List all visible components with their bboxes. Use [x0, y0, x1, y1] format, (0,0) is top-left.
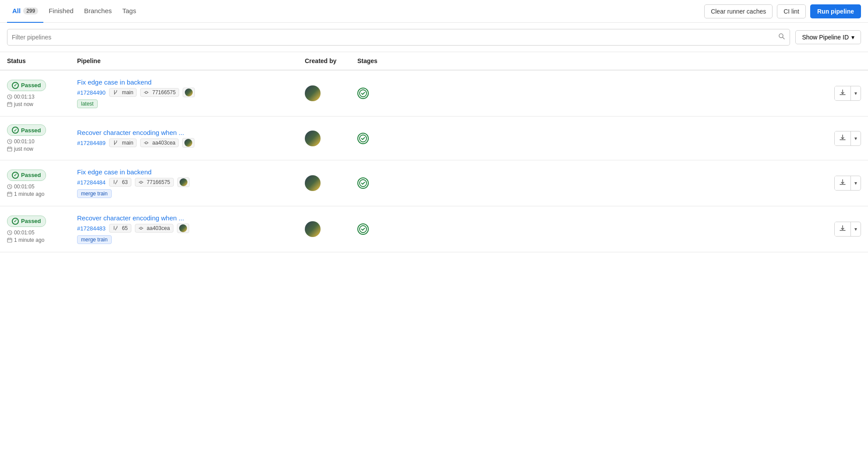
created-by-cell: [298, 206, 350, 252]
commit-icon: [138, 226, 144, 231]
run-pipeline-button[interactable]: Run pipeline: [810, 4, 861, 18]
svg-point-5: [360, 90, 367, 97]
table-row: ✓ Passed 00:01:13: [0, 70, 868, 117]
pipeline-title-link[interactable]: Recover character encoding when ...: [77, 129, 291, 136]
pipeline-id-link[interactable]: #17284484: [77, 179, 106, 186]
download-button[interactable]: ▾: [834, 131, 861, 146]
stages-cell: [350, 160, 429, 206]
commit-icon: [144, 140, 149, 145]
duration-value: 00:01:13: [14, 94, 35, 100]
actions-cell: ▾: [429, 160, 868, 206]
commit-chip: aa403cea: [135, 224, 173, 233]
stages-cell: [350, 70, 429, 117]
stages-cell: [350, 206, 429, 252]
actions-cell: ▾: [429, 70, 868, 117]
filter-bar: Show Pipeline ID ▾: [0, 23, 868, 52]
svg-rect-3: [7, 103, 12, 106]
tab-all[interactable]: All 299: [7, 0, 43, 23]
clock-icon: [7, 94, 12, 99]
clock-icon: [7, 230, 12, 235]
user-mini-avatar: [182, 138, 194, 148]
status-cell: ✓ Passed 00:01:13: [0, 70, 70, 117]
clock-icon: [7, 139, 12, 144]
svg-point-12: [115, 184, 116, 184]
svg-line-1: [783, 38, 785, 39]
commit-icon: [138, 180, 144, 185]
duration-info: 00:01:10: [7, 138, 63, 145]
top-navigation: All 299 Finished Branches Tags Clear run…: [0, 0, 868, 23]
user-mini-avatar: [183, 88, 195, 97]
download-icon: [835, 222, 851, 236]
col-header-stages: Stages: [350, 52, 429, 71]
chevron-down-icon: ▾: [851, 177, 861, 189]
svg-point-0: [779, 34, 783, 38]
user-mini-avatar: [177, 223, 189, 233]
show-pipeline-id-dropdown[interactable]: Show Pipeline ID ▾: [795, 30, 861, 44]
branch-chip: 63: [109, 178, 131, 187]
avatar: [305, 175, 321, 191]
stages-cell: [350, 117, 429, 160]
download-icon: [835, 131, 851, 145]
ci-lint-button[interactable]: CI lint: [777, 4, 806, 18]
status-cell: ✓ Passed 00:01:10: [0, 117, 70, 160]
pipeline-cell: Recover character encoding when ... #172…: [70, 206, 298, 252]
status-check-icon: ✓: [12, 172, 19, 179]
download-button[interactable]: ▾: [834, 222, 861, 237]
stage-check-icon: [357, 177, 369, 189]
download-button[interactable]: ▾: [834, 176, 861, 191]
clear-runner-caches-button[interactable]: Clear runner caches: [704, 4, 773, 18]
search-container: [7, 29, 790, 46]
pipeline-cell: Recover character encoding when ... #172…: [70, 117, 298, 160]
time-info: 1 minute ago: [7, 191, 63, 197]
table-row: ✓ Passed 00:01:10: [0, 117, 868, 160]
show-pipeline-id-label: Show Pipeline ID: [802, 34, 849, 41]
pipeline-meta: #17284483 65 aa403cea: [77, 223, 291, 233]
time-info: just now: [7, 146, 63, 152]
status-badge: ✓ Passed: [7, 216, 46, 227]
svg-point-19: [360, 226, 367, 233]
chevron-down-icon: ▾: [851, 88, 861, 99]
created-by-cell: [298, 117, 350, 160]
tab-branches[interactable]: Branches: [79, 0, 117, 23]
status-check-icon: ✓: [12, 127, 19, 134]
table-row: ✓ Passed 00:01:05: [0, 160, 868, 206]
time-ago: just now: [14, 101, 33, 107]
created-by-cell: [298, 160, 350, 206]
branch-chip: main: [109, 138, 137, 147]
stage-check-icon: [357, 88, 369, 99]
search-input[interactable]: [12, 34, 778, 41]
status-check-icon: ✓: [12, 82, 19, 89]
chevron-down-icon: ▾: [851, 133, 861, 144]
tag-merge-train: merge train: [77, 235, 112, 244]
pipeline-id-link[interactable]: #17284489: [77, 140, 106, 146]
tag-merge-train: merge train: [77, 189, 112, 198]
svg-point-14: [360, 180, 367, 187]
status-badge: ✓ Passed: [7, 170, 46, 181]
duration-value: 00:01:05: [14, 230, 35, 236]
pipeline-title-link[interactable]: Fix edge case in backend: [77, 78, 291, 86]
time-ago: just now: [14, 146, 33, 152]
tab-tags[interactable]: Tags: [117, 0, 141, 23]
download-button[interactable]: ▾: [834, 86, 861, 101]
avatar: [305, 131, 321, 146]
pipeline-title-link[interactable]: Fix edge case in backend: [77, 168, 291, 176]
pipeline-id-link[interactable]: #17284483: [77, 225, 106, 232]
svg-point-9: [360, 135, 367, 142]
user-mini-avatar: [177, 177, 190, 187]
pipeline-title-link[interactable]: Recover character encoding when ...: [77, 214, 291, 222]
actions-cell: ▾: [429, 117, 868, 160]
tab-finished[interactable]: Finished: [43, 0, 79, 23]
branch-chip: main: [109, 88, 137, 97]
svg-point-4: [145, 92, 148, 94]
pipeline-cell: Fix edge case in backend #17284490 main: [70, 70, 298, 117]
pipeline-id-link[interactable]: #17284490: [77, 89, 106, 96]
calendar-icon: [7, 102, 12, 107]
svg-rect-11: [7, 192, 12, 196]
tab-finished-label: Finished: [49, 7, 74, 14]
svg-rect-7: [7, 147, 12, 151]
time-info: 1 minute ago: [7, 237, 63, 243]
time-ago: 1 minute ago: [14, 191, 44, 197]
nav-actions: Clear runner caches CI lint Run pipeline: [704, 4, 861, 18]
calendar-icon: [7, 237, 12, 243]
download-icon: [835, 86, 851, 100]
